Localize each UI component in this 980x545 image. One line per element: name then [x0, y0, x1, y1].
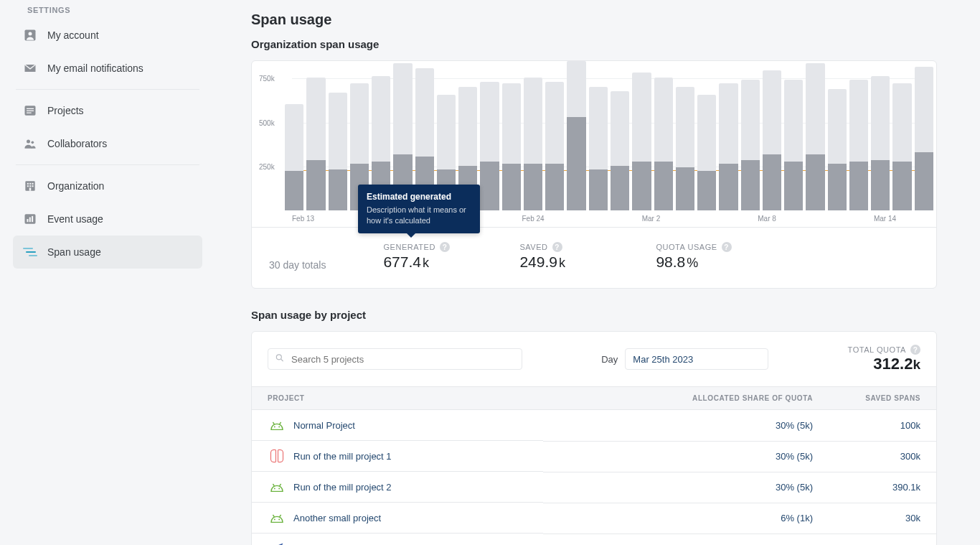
chart-bar[interactable]: [849, 61, 868, 210]
metric-value: 98.8: [656, 253, 685, 270]
chart-bar[interactable]: [915, 61, 933, 210]
section-title-projects: Span usage by project: [251, 309, 937, 321]
svg-line-27: [280, 484, 281, 486]
x-tick-label: Mar 14: [874, 215, 896, 223]
svg-line-31: [280, 515, 281, 517]
chart-bar[interactable]: [502, 61, 521, 210]
project-share: 30% (5k): [543, 441, 829, 472]
sidebar-item-projects[interactable]: Projects: [13, 94, 202, 127]
span-usage-icon: [23, 245, 37, 259]
chart-bar[interactable]: [285, 61, 303, 210]
chart-bar[interactable]: [763, 61, 781, 210]
chart-bar[interactable]: [545, 61, 564, 210]
day-input[interactable]: [625, 348, 768, 370]
help-icon[interactable]: ?: [722, 242, 732, 252]
sidebar-item-account[interactable]: My account: [13, 19, 202, 52]
android-icon: [268, 480, 286, 493]
bar-chart-icon: [23, 212, 37, 226]
table-row[interactable]: Run of the mill project 230% (5k)390.1k: [252, 472, 936, 503]
project-search: [268, 348, 522, 370]
chart-bar[interactable]: [654, 61, 673, 210]
sidebar-item-label: My account: [47, 29, 99, 41]
chart-bar[interactable]: [329, 61, 347, 210]
android-icon: [268, 511, 286, 524]
org-usage-panel: 250k500k750k Feb 13FebFeb 24Mar 2Mar 8Ma…: [251, 60, 937, 289]
building-icon: [23, 179, 37, 193]
project-spans: 30k: [829, 503, 936, 534]
y-tick-label: 500k: [259, 118, 275, 126]
search-input[interactable]: [268, 348, 522, 370]
svg-point-25: [278, 426, 280, 427]
svg-rect-18: [29, 218, 31, 223]
y-tick-label: 750k: [259, 75, 275, 83]
chart-bar[interactable]: [306, 61, 325, 210]
tooltip-title: Estimated generated: [367, 192, 471, 202]
totals-lead: 30 day totals: [269, 259, 326, 271]
tooltip-body: Description what it means or how it's ca…: [367, 205, 471, 226]
sidebar-item-label: Span usage: [47, 246, 101, 258]
chart-bar[interactable]: [697, 61, 716, 210]
sidebar-item-event-usage[interactable]: Event usage: [13, 202, 202, 236]
sidebar-item-label: Collaborators: [47, 138, 107, 149]
chart-bar[interactable]: [806, 61, 824, 210]
chart-bar[interactable]: [589, 61, 608, 210]
svg-rect-9: [27, 183, 29, 185]
chart-bar[interactable]: [524, 61, 542, 210]
svg-rect-15: [29, 188, 32, 191]
chart-bar[interactable]: [741, 61, 760, 210]
chart-bar[interactable]: [632, 61, 651, 210]
chart-bar[interactable]: [567, 61, 585, 210]
svg-line-30: [273, 515, 274, 517]
page-title: Span usage: [251, 11, 937, 28]
table-row[interactable]: Run of the mill project 130% (5k)300k: [252, 441, 936, 472]
chart-bar[interactable]: [871, 61, 890, 210]
sidebar-item-collaborators[interactable]: Collaborators: [13, 127, 202, 160]
project-share: 30% (5k): [543, 410, 829, 442]
sidebar-item-email[interactable]: My email notifications: [13, 52, 202, 85]
chart-bar[interactable]: [828, 61, 847, 210]
chart-bar[interactable]: [719, 61, 738, 210]
svg-rect-5: [27, 113, 32, 113]
sidebar-item-span-usage[interactable]: Span usage: [13, 236, 202, 269]
sidebar: SETTINGS My account My email notificatio…: [0, 0, 215, 545]
chart-bar[interactable]: [784, 61, 803, 210]
project-spans: 390.1k: [829, 472, 936, 503]
total-quota-label: TOTAL QUOTA: [848, 345, 906, 354]
chart-bar[interactable]: [892, 61, 911, 210]
svg-line-21: [281, 359, 283, 361]
metric-label: GENERATED: [383, 243, 435, 251]
project-spans: 100k: [829, 410, 936, 442]
svg-point-20: [276, 355, 281, 360]
project-spans: 300k: [829, 441, 936, 472]
sidebar-item-organization[interactable]: Organization: [13, 169, 202, 202]
metric-unit: k: [423, 256, 429, 270]
svg-line-26: [273, 484, 274, 486]
svg-point-6: [27, 140, 30, 144]
sidebar-divider: [16, 164, 199, 165]
table-row[interactable]: Another small project6% (1k)30k: [252, 503, 936, 534]
chart-bar[interactable]: [676, 61, 694, 210]
svg-rect-19: [32, 216, 33, 222]
project-share: 4% (666): [543, 534, 829, 545]
total-quota-unit: k: [913, 357, 920, 372]
help-icon[interactable]: ?: [552, 242, 562, 252]
users-icon: [23, 136, 37, 151]
metric-value: 677.4: [383, 253, 421, 270]
table-row[interactable]: Normal Project30% (5k)100k: [252, 410, 936, 442]
project-name: Another small project: [293, 513, 381, 523]
android-icon: [268, 419, 286, 432]
x-tick-label: Feb 24: [522, 215, 544, 223]
chart-bar[interactable]: [480, 61, 499, 210]
chart-bar[interactable]: [611, 61, 629, 210]
col-spans: SAVED SPANS: [829, 387, 936, 410]
svg-rect-4: [27, 111, 34, 111]
svg-point-32: [274, 518, 275, 520]
usage-chart: 250k500k750k: [252, 61, 936, 210]
table-row[interactable]: Very Small Project4% (666)20k: [252, 534, 936, 545]
svg-point-33: [278, 518, 280, 520]
help-icon[interactable]: ?: [440, 242, 450, 252]
metric-value: 249.9: [519, 253, 557, 270]
svg-rect-11: [32, 183, 34, 185]
help-icon[interactable]: ?: [910, 345, 920, 355]
col-share: ALLOCATED SHARE OF QUOTA: [543, 387, 829, 410]
